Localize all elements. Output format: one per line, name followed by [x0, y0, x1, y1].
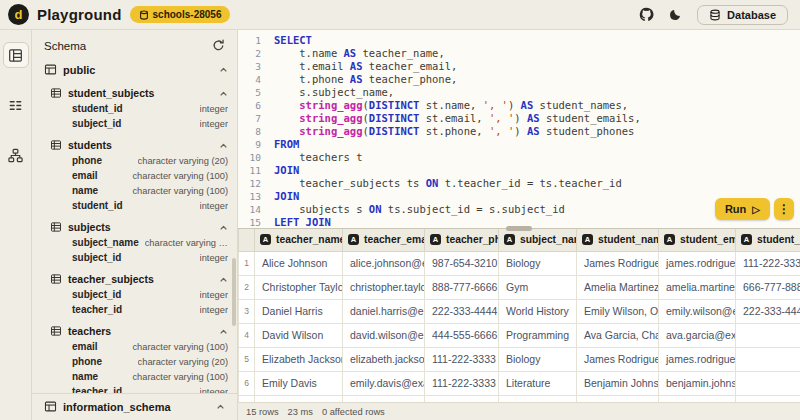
- column-item[interactable]: phone character varying (20): [44, 154, 228, 169]
- chevron-up-icon[interactable]: [219, 275, 228, 284]
- column-item[interactable]: email character varying (100): [44, 340, 228, 355]
- chevron-up-icon[interactable]: [219, 223, 228, 232]
- table-cell[interactable]: Emily Davis: [255, 371, 343, 395]
- table-cell[interactable]: [736, 347, 800, 371]
- table-cell[interactable]: David Wilson: [255, 323, 343, 347]
- table-cell[interactable]: Amelia Martinez, Is: [577, 395, 659, 402]
- table-cell[interactable]: Amelia Martinez, Is: [577, 275, 659, 299]
- column-item[interactable]: phone character varying (20): [44, 355, 228, 370]
- github-icon[interactable]: [639, 7, 654, 22]
- table-cell[interactable]: alice.johnson@example.com: [343, 251, 425, 275]
- run-options-button[interactable]: ⋮: [774, 198, 794, 220]
- table-cell[interactable]: 888-777-8888: [425, 395, 499, 402]
- table-cell[interactable]: 888-777-6666: [425, 275, 499, 299]
- table-item-student_subjects[interactable]: student_subjects: [50, 85, 228, 101]
- table-cell[interactable]: Daniel Harris: [255, 299, 343, 323]
- schema-item-information-schema[interactable]: information_schema: [32, 393, 237, 420]
- table-cell[interactable]: Literature: [499, 371, 577, 395]
- table-row: 2Christopher Taylorchristopher.taylor@ex…: [239, 275, 800, 299]
- table-cell[interactable]: james.rodriguez@ex: [659, 347, 736, 371]
- table-cell[interactable]: 222-333-4444: [425, 299, 499, 323]
- table-cell[interactable]: 444-555-6666: [425, 323, 499, 347]
- table-cell[interactable]: emily.davis@example.com: [343, 371, 425, 395]
- table-cell[interactable]: [736, 371, 800, 395]
- column-header-subject_name[interactable]: Asubject_name: [499, 229, 577, 251]
- refresh-icon[interactable]: [212, 39, 225, 52]
- column-item[interactable]: email character varying (100): [44, 169, 228, 184]
- column-item[interactable]: subject_id integer: [44, 117, 228, 132]
- table-cell[interactable]: Christopher Taylor: [255, 275, 343, 299]
- table-cell[interactable]: 222-333-4444,: [736, 299, 800, 323]
- table-cell[interactable]: emily.wilson@exam: [659, 299, 736, 323]
- table-cell[interactable]: Biology: [499, 347, 577, 371]
- table-cell[interactable]: james.rodriguez@ex: [659, 251, 736, 275]
- table-cell[interactable]: Benjamin Johnson,: [577, 371, 659, 395]
- table-cell[interactable]: james.hernandez@example.com: [343, 395, 425, 402]
- column-header-teacher_name[interactable]: Ateacher_name: [255, 229, 343, 251]
- schema-item-public[interactable]: public: [44, 59, 228, 80]
- app-logo[interactable]: d: [8, 4, 29, 25]
- table-cell[interactable]: Gym: [499, 395, 577, 402]
- table-cell[interactable]: Gym: [499, 275, 577, 299]
- table-cell[interactable]: david.wilson@example.com: [343, 323, 425, 347]
- table-cell[interactable]: benjamin.johnson@: [659, 371, 736, 395]
- table-cell[interactable]: 111-222-3333: [425, 347, 499, 371]
- column-item[interactable]: name character varying (100): [44, 184, 228, 199]
- table-cell[interactable]: 111-222-3333: [425, 371, 499, 395]
- table-cell[interactable]: amelia.martinez@ex: [659, 275, 736, 299]
- table-cell[interactable]: Biology: [499, 251, 577, 275]
- column-header-student_phones[interactable]: Astudent_phones: [736, 229, 800, 251]
- table-cell[interactable]: James Rodriguez, M: [577, 251, 659, 275]
- table-cell[interactable]: 666-777-8888,: [736, 275, 800, 299]
- columns-panel-icon[interactable]: [3, 92, 29, 118]
- sql-editor[interactable]: 1SELECT 2 t.name AS teacher_name, 3 t.em…: [238, 30, 800, 228]
- table-cell[interactable]: daniel.harris@example.com: [343, 299, 425, 323]
- column-header-student_name[interactable]: Astudent_name: [577, 229, 659, 251]
- table-item-students[interactable]: students: [50, 137, 228, 153]
- table-cell[interactable]: 111-222-3333,: [736, 251, 800, 275]
- table-cell[interactable]: Ava Garcia, Charlot: [577, 323, 659, 347]
- chevron-up-icon[interactable]: [216, 402, 225, 411]
- table-cell[interactable]: elizabeth.jackson@example.com: [343, 347, 425, 371]
- table-cell[interactable]: [736, 395, 800, 402]
- table-item-subjects[interactable]: subjects: [50, 219, 228, 235]
- column-header-teacher_phone[interactable]: Ateacher_phone: [425, 229, 499, 251]
- table-cell[interactable]: World History: [499, 299, 577, 323]
- column-header-student_email[interactable]: Astudent_email: [659, 229, 736, 251]
- table-cell[interactable]: James Hernandez: [255, 395, 343, 402]
- run-button[interactable]: Run ▷: [715, 198, 770, 220]
- sidebar-scrollbar[interactable]: [232, 258, 236, 326]
- schema-panel-icon[interactable]: [3, 42, 29, 68]
- chevron-up-icon[interactable]: [219, 327, 228, 336]
- table-cell[interactable]: Emily Wilson, Olivia: [577, 299, 659, 323]
- database-badge[interactable]: schools-28056: [130, 6, 231, 23]
- moon-icon[interactable]: [669, 8, 682, 21]
- chevron-up-icon[interactable]: [219, 65, 228, 74]
- column-item[interactable]: name character varying (100): [44, 370, 228, 385]
- column-item[interactable]: student_id integer: [44, 102, 228, 117]
- column-item[interactable]: student_id integer: [44, 199, 228, 214]
- table-cell[interactable]: amelia.martinez@ex: [659, 395, 736, 402]
- table-cell[interactable]: christopher.taylor@example.com: [343, 275, 425, 299]
- panel-resize-handle[interactable]: [506, 226, 532, 231]
- table-cell[interactable]: James Rodriguez, M: [577, 347, 659, 371]
- column-item[interactable]: subject_id integer: [44, 288, 228, 303]
- table-cell[interactable]: [736, 323, 800, 347]
- database-button[interactable]: Database: [697, 5, 788, 25]
- chevron-up-icon[interactable]: [219, 89, 228, 98]
- column-header-teacher_email[interactable]: Ateacher_email: [343, 229, 425, 251]
- column-item[interactable]: teacher_id integer: [44, 303, 228, 318]
- table-item-teacher_subjects[interactable]: teacher_subjects: [50, 271, 228, 287]
- relations-panel-icon[interactable]: [3, 142, 29, 168]
- table-item-teachers[interactable]: teachers: [50, 323, 228, 339]
- table-cell[interactable]: 987-654-3210: [425, 251, 499, 275]
- table-cell[interactable]: Alice Johnson: [255, 251, 343, 275]
- column-item[interactable]: subject_name character varying (100): [44, 236, 228, 251]
- table-cell[interactable]: ava.garcia@examp: [659, 323, 736, 347]
- table-cell[interactable]: Programming: [499, 323, 577, 347]
- table-cell[interactable]: Elizabeth Jackson: [255, 347, 343, 371]
- column-item[interactable]: teacher_id integer: [44, 385, 228, 393]
- column-item[interactable]: subject_id integer: [44, 251, 228, 266]
- chevron-up-icon[interactable]: [219, 141, 228, 150]
- line-number: 3: [238, 60, 274, 73]
